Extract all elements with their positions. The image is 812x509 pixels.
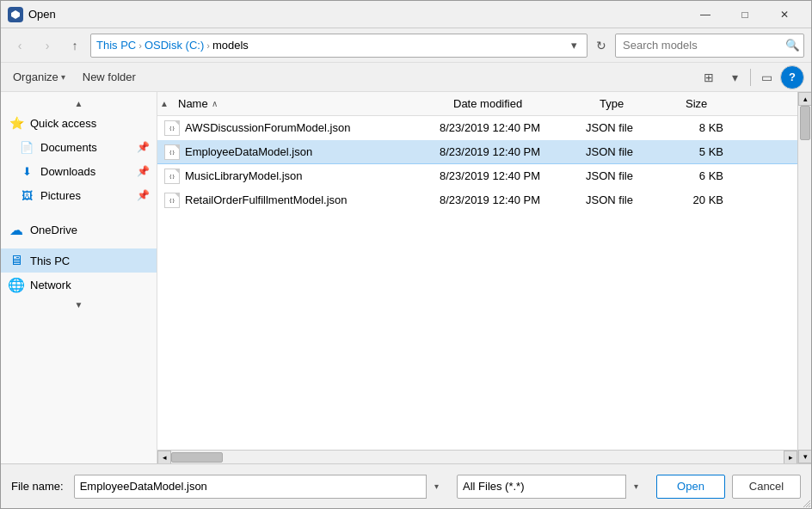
address-bar: This PC › OSDisk (C:) › models ▾ — [90, 34, 587, 58]
sidebar-item-quick-access[interactable]: ⭐ Quick access — [1, 111, 157, 135]
filetype-input[interactable] — [457, 475, 646, 499]
file-date-cell: 8/23/2019 12:40 PM — [433, 145, 579, 158]
close-button[interactable]: ✕ — [765, 1, 804, 28]
hscroll-left-button[interactable]: ◂ — [157, 451, 171, 464]
refresh-button[interactable]: ↻ — [591, 35, 612, 56]
title-bar: Open — □ ✕ — [1, 1, 811, 28]
list-scroll-top[interactable]: ▲ — [157, 96, 171, 112]
sidebar-item-documents[interactable]: 📄 Documents 📌 — [1, 135, 157, 159]
search-wrapper: 🔍 — [615, 34, 804, 58]
table-row[interactable]: { } AWSDiscussionForumModel.json 8/23/20… — [157, 116, 797, 140]
minimize-button[interactable]: — — [686, 1, 725, 28]
pin-pictures-icon[interactable]: 📌 — [137, 189, 150, 201]
filename-label: File name: — [11, 480, 64, 493]
sidebar-scroll-up[interactable]: ▲ — [1, 95, 157, 111]
new-folder-label: New folder — [83, 71, 136, 83]
organize-arrow-icon: ▾ — [61, 72, 65, 82]
json-file-icon: { } — [164, 144, 180, 160]
sidebar-label-network: Network — [30, 279, 71, 291]
column-header-type[interactable]: Type — [593, 94, 679, 113]
search-input[interactable] — [615, 34, 804, 58]
sidebar-label-downloads: Downloads — [40, 165, 95, 178]
vscroll-down-button[interactable]: ▾ — [798, 450, 811, 463]
sidebar-label-pictures: Pictures — [40, 189, 81, 202]
breadcrumb-models: models — [212, 39, 249, 52]
sidebar-item-pictures[interactable]: 🖼 Pictures 📌 — [1, 183, 157, 207]
vscroll-thumb[interactable] — [800, 106, 810, 140]
sidebar-item-this-pc[interactable]: 🖥 This PC — [1, 248, 157, 273]
horizontal-scrollbar: ◂ ▸ — [157, 450, 797, 463]
open-button[interactable]: Open — [656, 475, 725, 499]
file-date-cell: 8/23/2019 12:40 PM — [433, 193, 579, 206]
file-size-cell: 6 KB — [665, 169, 734, 182]
organize-button[interactable]: Organize ▾ — [8, 66, 71, 89]
resize-handle[interactable] — [800, 497, 812, 509]
breadcrumb-osdisk[interactable]: OSDisk (C:) — [145, 39, 204, 52]
json-file-icon: { } — [164, 193, 180, 208]
downloads-icon: ⬇ — [18, 163, 35, 180]
breadcrumb: This PC › OSDisk (C:) › models — [96, 39, 563, 52]
table-row[interactable]: { } EmployeeDataModel.json 8/23/2019 12:… — [157, 140, 797, 164]
main-content: ▲ ⭐ Quick access 📄 Documents 📌 ⬇ Downloa… — [1, 92, 811, 463]
grid-view-button[interactable]: ⊞ — [697, 66, 721, 89]
file-name-cell: { } AWSDiscussionForumModel.json — [157, 120, 433, 136]
address-dropdown-button[interactable]: ▾ — [566, 38, 581, 53]
view-separator — [750, 69, 751, 86]
view-dropdown-button[interactable]: ▾ — [723, 66, 747, 89]
hscroll-right-button[interactable]: ▸ — [784, 451, 797, 464]
column-header-name[interactable]: Name ∧ — [171, 94, 446, 113]
search-icon[interactable]: 🔍 — [784, 37, 801, 54]
file-type-cell: JSON file — [579, 121, 665, 134]
cancel-button[interactable]: Cancel — [732, 475, 801, 499]
json-file-icon: { } — [164, 120, 180, 136]
maximize-button[interactable]: □ — [725, 1, 765, 28]
file-size-cell: 8 KB — [665, 121, 734, 134]
vscroll-up-button[interactable]: ▴ — [798, 92, 811, 106]
sidebar-scroll-down[interactable]: ▼ — [1, 297, 157, 312]
svg-marker-0 — [11, 10, 20, 19]
sidebar-item-downloads[interactable]: ⬇ Downloads 📌 — [1, 159, 157, 183]
help-button[interactable]: ? — [780, 65, 804, 89]
column-header-size[interactable]: Size — [679, 94, 747, 113]
help-label: ? — [789, 71, 796, 83]
table-row[interactable]: { } MusicLibraryModel.json 8/23/2019 12:… — [157, 164, 797, 188]
file-name-cell: { } EmployeeDataModel.json — [157, 144, 433, 160]
hscroll-thumb[interactable] — [171, 452, 223, 463]
column-header-date[interactable]: Date modified — [446, 94, 593, 113]
breadcrumb-this-pc[interactable]: This PC — [96, 39, 136, 52]
pin-downloads-icon[interactable]: 📌 — [137, 165, 150, 177]
name-sort-icon: ∧ — [212, 99, 218, 108]
window-controls: — □ ✕ — [686, 1, 804, 28]
filetype-dropdown-button[interactable]: ▾ — [625, 475, 646, 499]
sidebar-item-onedrive[interactable]: ☁ OneDrive — [1, 218, 157, 242]
filename-dropdown-button[interactable]: ▾ — [426, 475, 446, 499]
new-folder-button[interactable]: New folder — [77, 66, 141, 89]
hscroll-track[interactable] — [171, 451, 784, 464]
table-row[interactable]: { } RetailOrderFulfillmentModel.json 8/2… — [157, 188, 797, 212]
open-dialog: Open — □ ✕ ‹ › ↑ This PC › OSDisk (C:) ›… — [0, 0, 812, 509]
up-button[interactable]: ↑ — [63, 34, 87, 58]
sidebar-item-network[interactable]: 🌐 Network — [1, 273, 157, 297]
file-type-cell: JSON file — [579, 169, 665, 182]
dialog-action-buttons: Open Cancel — [656, 475, 801, 499]
action-bar: Organize ▾ New folder ⊞ ▾ ▭ ? — [1, 63, 811, 92]
vscroll-track[interactable] — [798, 106, 811, 450]
file-name-cell: { } MusicLibraryModel.json — [157, 169, 433, 184]
preview-pane-button[interactable]: ▭ — [754, 66, 778, 89]
sidebar-label-quick-access: Quick access — [30, 117, 96, 130]
file-size-cell: 20 KB — [665, 193, 734, 206]
dialog-title: Open — [28, 8, 686, 21]
file-type-cell: JSON file — [579, 145, 665, 158]
file-date-cell: 8/23/2019 12:40 PM — [433, 121, 579, 134]
star-icon: ⭐ — [8, 114, 25, 132]
navigation-toolbar: ‹ › ↑ This PC › OSDisk (C:) › models ▾ ↻… — [1, 28, 811, 63]
filename-input[interactable] — [74, 475, 446, 499]
file-type-cell: JSON file — [579, 193, 665, 206]
pin-documents-icon[interactable]: 📌 — [137, 141, 150, 153]
onedrive-icon: ☁ — [8, 221, 25, 238]
back-button[interactable]: ‹ — [8, 34, 32, 58]
forward-button[interactable]: › — [35, 34, 59, 58]
sidebar: ▲ ⭐ Quick access 📄 Documents 📌 ⬇ Downloa… — [1, 92, 157, 463]
bottom-bar: File name: ▾ ▾ Open Cancel — [1, 463, 811, 508]
this-pc-icon: 🖥 — [8, 252, 25, 269]
